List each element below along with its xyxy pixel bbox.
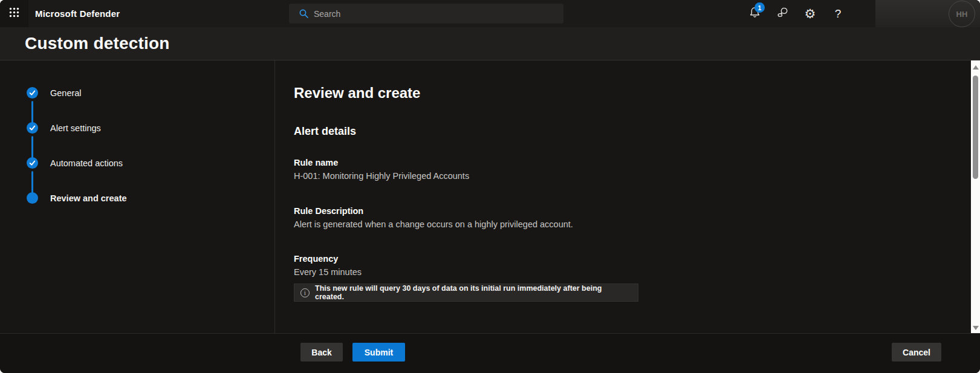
gear-icon: ⚙ [805, 7, 816, 20]
top-bar: Microsoft Defender Search 1 [0, 0, 980, 27]
defender-window: Microsoft Defender Search 1 [0, 0, 980, 373]
review-panel: Review and create Alert details Rule nam… [294, 60, 971, 333]
scrollbar-thumb[interactable] [973, 76, 978, 179]
feedback-button[interactable] [768, 0, 796, 27]
step-label: Review and create [50, 193, 127, 203]
settings-button[interactable]: ⚙ [796, 0, 824, 27]
scrollbar-up-arrow-icon[interactable] [973, 65, 979, 70]
info-banner: i This new rule will query 30 days of da… [294, 284, 638, 302]
back-button[interactable]: Back [300, 343, 343, 362]
rule-description-value: Alert is generated when a change occurs … [294, 219, 573, 229]
rule-description-field: Rule Description Alert is generated when… [294, 206, 573, 229]
wizard-body: General Alert settings Automated actions… [0, 60, 980, 333]
wizard-step-general[interactable]: General [27, 87, 82, 99]
step-complete-check-icon [27, 122, 38, 134]
search-input[interactable]: Search [289, 4, 563, 24]
feedback-icon [776, 6, 789, 21]
help-icon: ? [835, 7, 842, 21]
step-connector [31, 136, 33, 159]
wizard-step-review-and-create[interactable]: Review and create [27, 192, 127, 204]
wizard-footer: Back Submit Cancel [0, 333, 980, 373]
app-launcher-button[interactable] [0, 0, 28, 27]
search-placeholder: Search [314, 9, 340, 19]
frequency-field: Frequency Every 15 minutes [294, 254, 362, 277]
topbar-icon-group: 1 ⚙ ? [741, 0, 852, 27]
help-button[interactable]: ? [824, 0, 852, 27]
cancel-button[interactable]: Cancel [892, 343, 941, 362]
waffle-icon [9, 7, 19, 20]
wizard-steps-panel: General Alert settings Automated actions… [0, 60, 275, 333]
notification-badge: 1 [754, 2, 765, 13]
notifications-button[interactable]: 1 [741, 0, 768, 27]
submit-button[interactable]: Submit [352, 343, 405, 362]
search-icon [299, 8, 309, 19]
rule-name-value: H-001: Monitoring Highly Privileged Acco… [294, 171, 469, 181]
step-complete-check-icon [27, 87, 38, 99]
rule-name-field: Rule name H-001: Monitoring Highly Privi… [294, 158, 469, 181]
step-label: Automated actions [50, 158, 123, 168]
page-header: Custom detection [0, 27, 980, 60]
rule-name-label: Rule name [294, 158, 469, 167]
wizard-step-alert-settings[interactable]: Alert settings [27, 122, 101, 134]
step-complete-check-icon [27, 157, 38, 169]
frequency-value: Every 15 minutes [294, 267, 362, 277]
app-title: Microsoft Defender [35, 8, 120, 19]
vertical-scrollbar[interactable] [971, 60, 980, 333]
step-label: General [50, 88, 82, 98]
step-connector [31, 101, 33, 124]
alert-details-heading: Alert details [294, 125, 356, 138]
rule-description-label: Rule Description [294, 206, 573, 216]
wizard-step-automated-actions[interactable]: Automated actions [27, 157, 123, 169]
step-label: Alert settings [50, 123, 101, 133]
review-heading: Review and create [294, 85, 420, 102]
avatar[interactable]: HH [949, 1, 975, 27]
info-icon: i [300, 288, 310, 297]
step-connector [31, 171, 33, 194]
account-area-blurred[interactable]: HH [875, 0, 980, 27]
frequency-label: Frequency [294, 254, 362, 264]
info-banner-text: This new rule will query 30 days of data… [315, 284, 632, 301]
page-title: Custom detection [25, 34, 170, 53]
scrollbar-down-arrow-icon[interactable] [973, 326, 979, 330]
step-current-dot-icon [27, 192, 38, 204]
